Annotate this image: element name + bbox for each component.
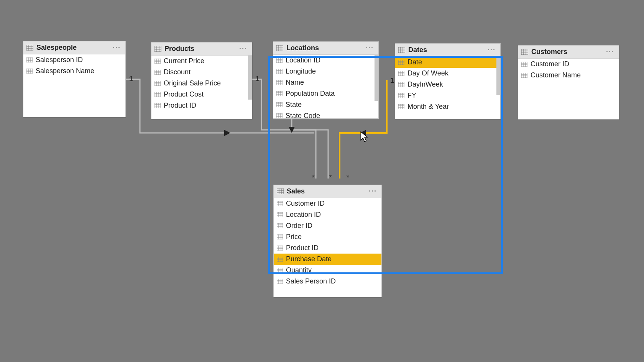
column-icon bbox=[277, 234, 283, 239]
field-location-id[interactable]: Location ID bbox=[273, 55, 378, 66]
table-locations[interactable]: Locations ··· Location ID Longitude Name… bbox=[273, 41, 379, 119]
table-menu-button[interactable]: ··· bbox=[367, 187, 378, 195]
field-label: FY bbox=[407, 92, 416, 100]
table-header-salespeople[interactable]: Salespeople ··· bbox=[23, 41, 125, 54]
field-label: Quantity bbox=[286, 266, 312, 274]
field-day-of-week[interactable]: Day Of Week bbox=[395, 68, 500, 79]
field-label: Product Cost bbox=[164, 90, 204, 98]
column-icon bbox=[154, 92, 161, 97]
svg-rect-18 bbox=[154, 46, 161, 52]
field-customer-id[interactable]: Customer ID bbox=[274, 198, 381, 209]
field-label: DayInWeek bbox=[407, 80, 443, 88]
table-title: Sales bbox=[287, 187, 367, 195]
cardinality-products: 1 bbox=[255, 75, 259, 83]
column-icon bbox=[154, 59, 161, 64]
column-icon bbox=[276, 80, 283, 85]
field-date[interactable]: Date bbox=[395, 57, 500, 68]
column-icon bbox=[398, 104, 404, 109]
scrollbar[interactable] bbox=[248, 56, 252, 100]
field-label: Current Price bbox=[164, 57, 204, 65]
field-sales-person-id[interactable]: Sales Person ID bbox=[274, 276, 381, 287]
field-location-id[interactable]: Location ID bbox=[274, 209, 381, 220]
svg-rect-88 bbox=[398, 60, 404, 65]
field-name[interactable]: Name bbox=[273, 77, 378, 88]
table-icon bbox=[26, 45, 33, 51]
field-dayinweek[interactable]: DayInWeek bbox=[395, 79, 500, 90]
field-label: Customer Name bbox=[531, 71, 581, 79]
column-icon bbox=[154, 103, 161, 108]
field-longitude[interactable]: Longitude bbox=[273, 66, 378, 77]
column-icon bbox=[276, 113, 283, 118]
field-label: Product ID bbox=[286, 244, 319, 252]
svg-rect-153 bbox=[277, 246, 283, 251]
scrollbar[interactable] bbox=[375, 55, 378, 101]
svg-rect-8 bbox=[26, 57, 33, 62]
column-icon bbox=[277, 279, 283, 284]
svg-rect-78 bbox=[276, 113, 283, 118]
table-menu-button[interactable]: ··· bbox=[486, 46, 497, 54]
field-month-year[interactable]: Month & Year bbox=[395, 101, 500, 112]
svg-rect-43 bbox=[154, 103, 161, 108]
table-title: Products bbox=[164, 45, 238, 53]
table-salespeople[interactable]: Salespeople ··· Salesperson ID Salespers… bbox=[23, 41, 126, 117]
field-original-sale-price[interactable]: Original Sale Price bbox=[151, 78, 252, 89]
field-label: Month & Year bbox=[407, 103, 449, 111]
field-product-id[interactable]: Product ID bbox=[151, 100, 252, 111]
table-products[interactable]: Products ··· Current Price Discount Orig… bbox=[151, 42, 252, 119]
field-salesperson-name[interactable]: Salesperson Name bbox=[23, 66, 125, 77]
field-order-id[interactable]: Order ID bbox=[274, 220, 381, 231]
table-header-locations[interactable]: Locations ··· bbox=[273, 42, 378, 55]
field-customer-name[interactable]: Customer Name bbox=[518, 70, 619, 81]
field-discount[interactable]: Discount bbox=[151, 67, 252, 78]
table-header-products[interactable]: Products ··· bbox=[151, 43, 252, 56]
table-header-dates[interactable]: Dates ··· bbox=[395, 44, 500, 57]
svg-rect-163 bbox=[277, 268, 283, 273]
scrollbar[interactable] bbox=[496, 57, 500, 95]
field-state[interactable]: State bbox=[273, 99, 378, 110]
field-state-code[interactable]: State Code bbox=[273, 110, 378, 118]
column-icon bbox=[398, 60, 404, 65]
svg-rect-148 bbox=[277, 234, 283, 239]
column-icon bbox=[277, 201, 283, 206]
table-menu-button[interactable]: ··· bbox=[605, 48, 616, 56]
field-label: Location ID bbox=[286, 56, 320, 64]
field-label: Customer ID bbox=[286, 200, 325, 208]
table-menu-button[interactable]: ··· bbox=[111, 44, 122, 52]
field-label: Customer ID bbox=[531, 60, 569, 68]
svg-marker-1 bbox=[289, 127, 295, 133]
svg-rect-108 bbox=[398, 104, 404, 109]
svg-rect-68 bbox=[276, 91, 283, 96]
field-quantity[interactable]: Quantity bbox=[274, 265, 381, 276]
field-product-id[interactable]: Product ID bbox=[274, 242, 381, 254]
field-label: Location ID bbox=[286, 211, 321, 219]
table-sales[interactable]: Sales ··· Customer ID Location ID Order … bbox=[273, 185, 382, 297]
svg-rect-58 bbox=[276, 69, 283, 74]
field-purchase-date[interactable]: Purchase Date bbox=[274, 254, 381, 265]
field-price[interactable]: Price bbox=[274, 231, 381, 242]
field-salesperson-id[interactable]: Salesperson ID bbox=[23, 54, 125, 66]
svg-rect-118 bbox=[521, 62, 527, 67]
table-dates[interactable]: Dates ··· Date Day Of Week DayInWeek FY … bbox=[395, 43, 501, 119]
table-header-customers[interactable]: Customers ··· bbox=[518, 46, 619, 59]
svg-marker-2 bbox=[360, 130, 366, 136]
field-population-data[interactable]: Population Data bbox=[273, 88, 378, 99]
field-label: Name bbox=[286, 79, 304, 87]
table-header-sales[interactable]: Sales ··· bbox=[274, 185, 381, 198]
table-title: Customers bbox=[531, 48, 605, 56]
field-product-cost[interactable]: Product Cost bbox=[151, 89, 252, 100]
field-fy[interactable]: FY bbox=[395, 90, 500, 101]
svg-rect-158 bbox=[277, 257, 283, 262]
table-icon bbox=[277, 188, 284, 194]
field-current-price[interactable]: Current Price bbox=[151, 56, 252, 67]
table-customers[interactable]: Customers ··· Customer ID Customer Name bbox=[518, 45, 619, 120]
field-customer-id[interactable]: Customer ID bbox=[518, 59, 619, 70]
cardinality-salespeople: 1 bbox=[129, 75, 133, 83]
svg-rect-133 bbox=[277, 201, 283, 206]
table-menu-button[interactable]: ··· bbox=[364, 44, 375, 52]
field-label: Purchase Date bbox=[286, 255, 332, 263]
field-label: Original Sale Price bbox=[164, 79, 221, 87]
table-menu-button[interactable]: ··· bbox=[238, 45, 249, 53]
field-label: Day Of Week bbox=[407, 69, 449, 77]
column-icon bbox=[277, 246, 283, 251]
column-icon bbox=[398, 82, 404, 87]
